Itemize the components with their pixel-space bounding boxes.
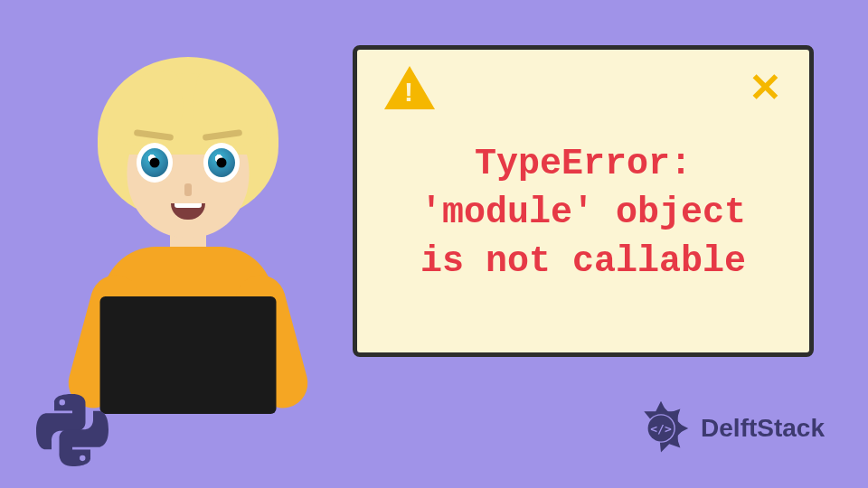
laptop: [100, 296, 277, 414]
delft-emblem-icon: </>: [628, 396, 693, 461]
delftstack-logo: </> DelftStack: [628, 396, 825, 461]
warning-triangle-icon: [384, 66, 435, 109]
character-illustration: [52, 48, 324, 382]
python-icon: [36, 394, 108, 466]
dialog-header: ✕: [384, 66, 782, 109]
delftstack-brand-text: DelftStack: [701, 414, 825, 443]
error-message: TypeError: 'module' object is not callab…: [357, 140, 809, 286]
nose: [184, 183, 192, 196]
svg-text:</>: </>: [650, 422, 672, 436]
eye-right: [203, 143, 240, 183]
close-icon: ✕: [749, 68, 782, 108]
eye-left: [137, 143, 173, 183]
error-dialog: ✕ TypeError: 'module' object is not call…: [353, 45, 814, 357]
